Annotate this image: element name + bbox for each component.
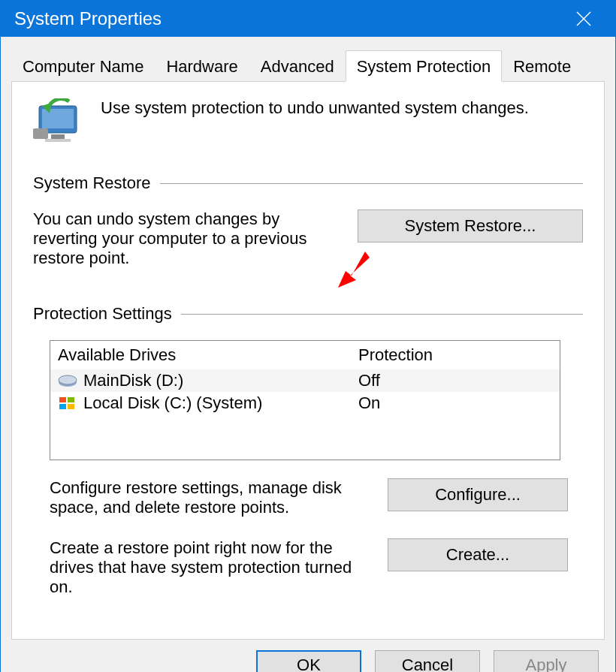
svg-rect-5 (45, 139, 71, 142)
ok-button[interactable]: OK (256, 650, 361, 672)
restore-monitor-icon (33, 98, 86, 143)
create-button[interactable]: Create... (388, 538, 568, 571)
header-row: Use system protection to undo unwanted s… (33, 98, 583, 143)
svg-rect-11 (59, 397, 66, 402)
section-system-restore: System Restore (33, 173, 583, 193)
tab-advanced[interactable]: Advanced (249, 50, 346, 82)
drive-protection: Off (358, 371, 552, 390)
divider (160, 183, 584, 184)
tab-hardware[interactable]: Hardware (155, 50, 249, 82)
svg-rect-3 (42, 109, 74, 128)
windows-drive-icon (58, 396, 77, 411)
table-row[interactable]: MainDisk (D:) Off (50, 369, 560, 392)
cancel-button[interactable]: Cancel (375, 650, 480, 672)
svg-rect-13 (59, 404, 66, 409)
hdd-icon (58, 373, 77, 388)
col-header-drives: Available Drives (58, 345, 358, 365)
restore-description: You can undo system changes by reverting… (33, 209, 344, 268)
close-icon (576, 11, 591, 26)
table-row[interactable]: Local Disk (C:) (System) On (50, 392, 560, 414)
create-description: Create a restore point right now for the… (50, 538, 358, 597)
svg-point-10 (59, 375, 77, 384)
dialog-button-bar: OK Cancel Apply (1, 650, 615, 672)
tab-computer-name[interactable]: Computer Name (11, 50, 155, 82)
titlebar: System Properties (1, 1, 615, 37)
configure-button[interactable]: Configure... (388, 478, 568, 511)
svg-rect-7 (33, 128, 48, 139)
window-title: System Properties (14, 8, 566, 29)
tab-content: Use system protection to undo unwanted s… (11, 81, 605, 640)
svg-rect-12 (68, 397, 74, 402)
section-title-restore: System Restore (33, 173, 151, 193)
divider (181, 314, 583, 315)
section-title-protection: Protection Settings (33, 304, 172, 324)
tabstrip: Computer Name Hardware Advanced System P… (1, 37, 615, 82)
system-restore-button[interactable]: System Restore... (358, 209, 583, 243)
svg-rect-4 (51, 134, 65, 139)
configure-description: Configure restore settings, manage disk … (50, 478, 358, 517)
apply-button[interactable]: Apply (494, 650, 599, 672)
create-row: Create a restore point right now for the… (50, 538, 583, 597)
header-text: Use system protection to undo unwanted s… (101, 98, 529, 118)
drive-name: Local Disk (C:) (System) (83, 393, 358, 413)
drives-table: Available Drives Protection MainDisk (D:… (50, 340, 560, 460)
tab-system-protection[interactable]: System Protection (346, 50, 503, 82)
section-protection-settings: Protection Settings (33, 304, 583, 324)
restore-row: You can undo system changes by reverting… (33, 209, 583, 268)
table-header: Available Drives Protection (50, 341, 560, 369)
col-header-protection: Protection (358, 345, 552, 365)
system-properties-window: System Properties Computer Name Hardware… (0, 0, 616, 672)
drive-protection: On (358, 393, 552, 413)
tab-remote[interactable]: Remote (502, 50, 582, 82)
table-empty-space (50, 414, 560, 460)
svg-rect-14 (68, 404, 74, 409)
configure-row: Configure restore settings, manage disk … (50, 478, 583, 517)
drive-name: MainDisk (D:) (83, 371, 358, 390)
close-button[interactable] (566, 1, 602, 37)
table-body: MainDisk (D:) Off Local Disk (C:) (Syste… (50, 369, 560, 460)
